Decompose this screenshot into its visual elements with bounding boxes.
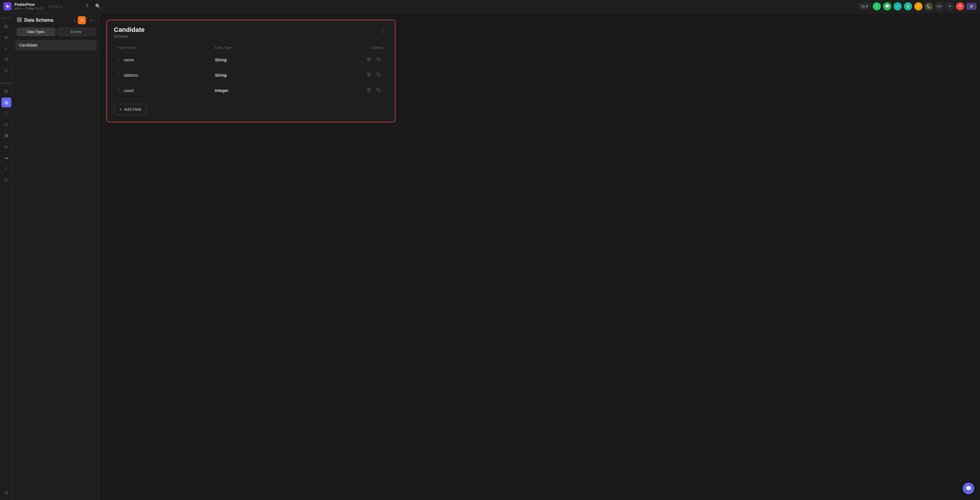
share-button[interactable]: ↗ xyxy=(946,2,954,10)
field-name-cell-2: ⠿ count xyxy=(114,83,212,98)
topbar-left: FlutterFlow v4.0 — Flutter 3.13.7 Voting… xyxy=(3,2,79,10)
nav-routes-button[interactable]: ≡ xyxy=(2,43,11,53)
data-type-text: String xyxy=(215,73,227,78)
warning-button[interactable]: ! xyxy=(915,2,923,10)
routes-icon: ≡ xyxy=(5,46,8,51)
data-type-text: String xyxy=(215,58,227,62)
delete-field-button[interactable] xyxy=(365,71,372,79)
api-icon: ⊞ xyxy=(4,89,8,94)
chevron-down-icon: ▾ xyxy=(866,4,868,8)
nav-storyboard-button[interactable]: ⊟ xyxy=(2,65,11,75)
run-button[interactable]: ⚡ xyxy=(966,3,977,10)
check-circle-icon: ✓ xyxy=(4,166,8,171)
svg-rect-3 xyxy=(378,59,381,61)
nav-storage-button[interactable]: ☐ xyxy=(2,109,11,118)
field-name-header: Field Name xyxy=(114,43,212,53)
chat-bubble-icon: 💬 xyxy=(965,485,972,492)
nav-pages-button[interactable]: ⊞ xyxy=(2,21,11,31)
sync-button[interactable]: ✓ xyxy=(894,2,902,10)
settings-icon: ⚙ xyxy=(4,490,8,495)
nav-target-button[interactable]: ◎ xyxy=(2,174,11,184)
schema-list: Candidate xyxy=(13,39,99,500)
chat-bubble-button[interactable]: 💬 xyxy=(963,482,974,494)
tab-data-types[interactable]: Data Types xyxy=(17,28,55,36)
nav-api-button[interactable]: ⊞ xyxy=(2,86,11,96)
schema-icon: ▤ xyxy=(4,100,8,105)
drag-handle-icon[interactable]: ⠿ xyxy=(118,58,120,62)
field-name-text: count xyxy=(124,88,134,93)
storyboard-icon: ⊟ xyxy=(4,68,8,73)
nav-assets-button[interactable]: ▦ xyxy=(2,131,11,141)
topbar-center: ? 🔍 xyxy=(79,2,859,10)
help-button[interactable]: ? xyxy=(84,3,89,10)
actions-cell-2 xyxy=(296,83,388,98)
delete-field-button[interactable] xyxy=(365,86,372,94)
widgets-icon: ⊕ xyxy=(4,35,8,40)
drag-handle-icon[interactable]: ⠿ xyxy=(118,88,120,93)
nav-content-button[interactable]: ≣ xyxy=(2,142,11,151)
flutterflow-logo xyxy=(3,2,11,10)
main-layout: Build ⊞ ⊕ ≡ ☰ ⊟ Connect ⊞ ▤ ☐ ⊡ xyxy=(0,13,980,500)
svg-rect-0 xyxy=(18,18,22,19)
field-name-text: address xyxy=(124,73,138,78)
run-icon: ⚡ xyxy=(969,4,974,8)
nav-settings-button[interactable]: ⚙ xyxy=(2,488,11,498)
nav-widgets-button[interactable]: ⊕ xyxy=(2,32,11,42)
plus-icon: + xyxy=(119,107,122,112)
pages-icon: ⊞ xyxy=(4,24,8,29)
add-schema-button[interactable]: + xyxy=(78,16,86,24)
build-label: Build xyxy=(0,17,13,20)
copy-field-button[interactable] xyxy=(375,71,382,79)
copy-field-button[interactable] xyxy=(375,56,382,64)
integrations-icon: ⊡ xyxy=(4,122,8,127)
arrow-indicator: ← xyxy=(89,16,95,24)
data-type-cell-2: Integer xyxy=(212,83,296,98)
drag-handle-icon[interactable]: ⠿ xyxy=(118,73,120,78)
tab-enums[interactable]: Enums xyxy=(57,28,95,36)
code-button[interactable]: </> xyxy=(935,2,943,10)
connect-label: Connect xyxy=(0,82,13,85)
search-button[interactable]: 🔍 xyxy=(94,2,102,10)
delete-field-button[interactable] xyxy=(365,56,372,64)
chat-status-button[interactable]: 💬 xyxy=(883,2,891,10)
status-check-button[interactable]: ✓ xyxy=(873,2,881,10)
topbar-right: v1 ▾ ✓ 💬 ✓ ⚡ ! 🐛 </> ↗ 👁 ⚡ xyxy=(859,2,977,10)
schema-card-subtitle: Schema xyxy=(114,34,145,38)
schema-card-title: Candidate xyxy=(114,26,145,34)
nav-schema-button[interactable]: ▤ xyxy=(2,97,11,107)
cloud-icon: ☁ xyxy=(4,155,8,160)
project-name: VotingApp xyxy=(48,5,63,8)
info-icon[interactable]: ℹ xyxy=(74,18,75,22)
sidebar-title: Data Schema xyxy=(24,18,72,23)
data-type-cell-1: String xyxy=(212,68,296,83)
schema-card-title-group: Candidate Schema xyxy=(114,26,145,38)
schema-item-candidate[interactable]: Candidate xyxy=(15,40,97,50)
field-name-cell-1: ⠿ address xyxy=(114,68,212,83)
add-field-button[interactable]: + Add Field xyxy=(114,104,146,115)
app-name-label: FlutterFlow xyxy=(14,2,44,6)
schema-card: Candidate Schema ⋮ Field Name Data Type … xyxy=(107,20,396,122)
copy-field-button[interactable] xyxy=(375,86,382,94)
svg-rect-2 xyxy=(18,21,22,22)
version-badge[interactable]: v1 ▾ xyxy=(859,3,870,10)
preview-eye-button[interactable]: 👁 xyxy=(956,2,964,10)
data-type-header: Data Type xyxy=(212,43,296,53)
topbar: FlutterFlow v4.0 — Flutter 3.13.7 Voting… xyxy=(0,0,980,13)
nav-components-button[interactable]: ☰ xyxy=(2,54,11,64)
deploy-button[interactable]: ⚡ xyxy=(904,2,912,10)
nav-integrations-button[interactable]: ⊡ xyxy=(2,120,11,129)
more-menu-button[interactable]: ⋮ xyxy=(378,26,388,35)
add-field-label: Add Field xyxy=(124,107,141,112)
nav-cloud-button[interactable]: ☁ xyxy=(2,152,11,162)
nav-check-button[interactable]: ✓ xyxy=(2,163,11,173)
svg-rect-5 xyxy=(378,89,381,92)
table-row: ⠿ name String xyxy=(114,53,388,68)
main-content: ▶ Candidate Schema ⋮ Field Name Data Typ… xyxy=(99,13,980,500)
schema-header-icon xyxy=(17,17,22,24)
actions-header: Actions xyxy=(296,43,388,53)
assets-icon: ▦ xyxy=(4,133,8,138)
debug-button[interactable]: 🐛 xyxy=(925,2,933,10)
left-nav: Build ⊞ ⊕ ≡ ☰ ⊟ Connect ⊞ ▤ ☐ ⊡ xyxy=(0,13,13,500)
schema-card-header: Candidate Schema ⋮ xyxy=(114,26,388,38)
tabs-row: Data Types Enums xyxy=(13,28,99,39)
